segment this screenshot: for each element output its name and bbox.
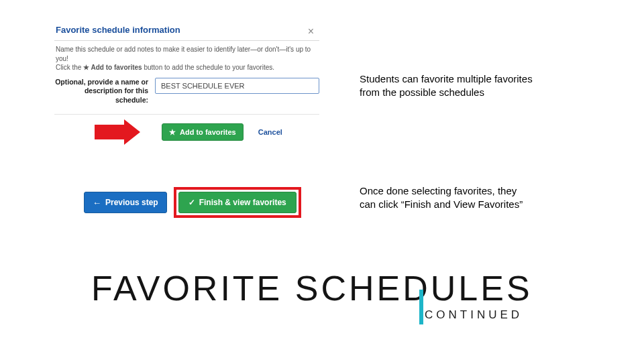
modal-instructions: Name this schedule or add notes to make … bbox=[54, 45, 319, 72]
previous-step-button[interactable]: ← Previous step bbox=[84, 192, 167, 213]
instr-line2c: button to add the schedule to your favor… bbox=[142, 64, 274, 71]
nav-buttons-screenshot: ← Previous step ✓ Finish & view favorite… bbox=[84, 186, 316, 219]
favorite-modal-screenshot: Favorite schedule information × Name thi… bbox=[54, 22, 319, 144]
instr-line2b: ★ Add to favorites bbox=[83, 64, 142, 71]
add-to-favorites-button[interactable]: ★ Add to favorites bbox=[162, 123, 244, 141]
previous-step-label: Previous step bbox=[105, 198, 158, 207]
modal-title: Favorite schedule information bbox=[54, 22, 319, 39]
instr-line1: Name this schedule or add notes to make … bbox=[56, 46, 311, 62]
finish-label: Finish & view favorites bbox=[199, 198, 286, 207]
name-label: Optional, provide a name or description … bbox=[54, 78, 148, 105]
caption-favorite-multiple: Students can favorite multiple favorites… bbox=[360, 72, 534, 100]
divider bbox=[54, 40, 319, 41]
modal-actions: ★ Add to favorites Cancel bbox=[54, 121, 319, 143]
add-to-favorites-label: Add to favorites bbox=[180, 128, 236, 136]
highlight-arrow-icon bbox=[95, 119, 143, 145]
check-icon: ✓ bbox=[189, 198, 195, 206]
arrow-left-icon: ← bbox=[93, 198, 101, 207]
name-row: Optional, provide a name or description … bbox=[54, 78, 319, 105]
slide-subtitle: CONTINUED bbox=[425, 308, 523, 322]
slide-title: FAVORITE SCHEDULES bbox=[91, 268, 533, 308]
finish-view-favorites-button[interactable]: ✓ Finish & view favorites bbox=[178, 192, 297, 213]
highlight-box: ✓ Finish & view favorites bbox=[174, 187, 301, 218]
divider bbox=[54, 114, 319, 115]
title-accent-bar bbox=[419, 290, 423, 324]
caption-finish-view: Once done selecting favorites, they can … bbox=[360, 184, 534, 212]
schedule-name-input[interactable]: BEST SCHEDULE EVER bbox=[155, 78, 319, 94]
instr-line2a: Click the bbox=[56, 64, 83, 71]
star-icon: ★ bbox=[169, 129, 176, 136]
cancel-link[interactable]: Cancel bbox=[258, 128, 282, 136]
close-icon[interactable]: × bbox=[308, 26, 314, 37]
